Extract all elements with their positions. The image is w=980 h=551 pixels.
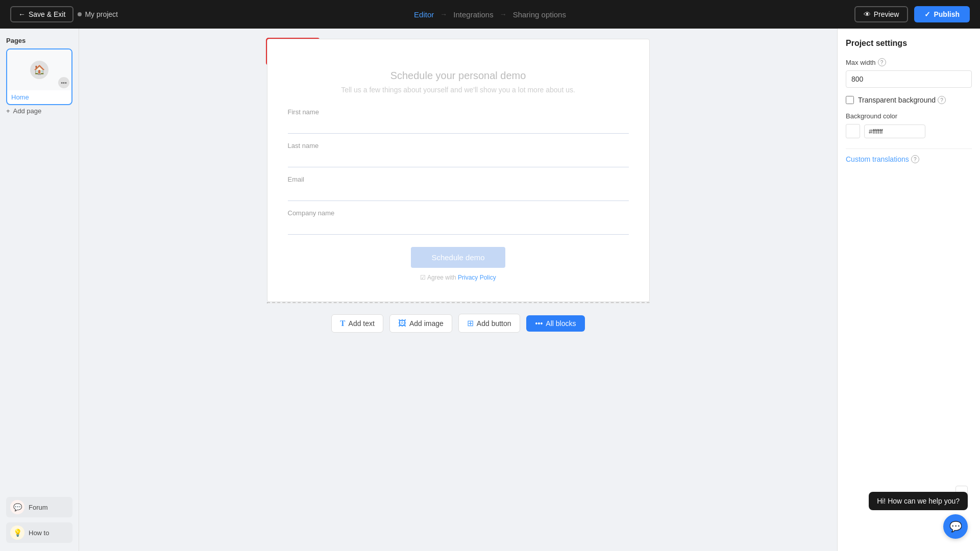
field-lastname-input[interactable] — [288, 153, 629, 167]
field-email-input[interactable] — [288, 186, 629, 201]
bg-color-swatch[interactable] — [846, 124, 860, 138]
field-company-input[interactable] — [288, 220, 629, 235]
add-blocks-bar: 𝐓 Add text 🖼 Add image ⊞ Add button ••• … — [267, 304, 650, 343]
page-card-home[interactable]: 🏠 ••• Home — [6, 48, 72, 105]
page-more-button[interactable]: ••• — [58, 77, 69, 88]
nav-step-editor[interactable]: Editor — [414, 10, 434, 19]
top-nav-center: Editor → Integrations → Sharing options — [414, 10, 566, 19]
form-subtitle: Tell us a few things about yourself and … — [288, 86, 629, 94]
max-width-help-icon[interactable]: ? — [878, 58, 886, 66]
check-icon: ✓ — [924, 10, 930, 18]
forum-icon: 💬 — [10, 500, 24, 514]
plus-icon: + — [6, 107, 10, 115]
field-email-label: Email — [288, 176, 629, 183]
image-icon: 🖼 — [398, 319, 406, 328]
add-button-button[interactable]: ⊞ Add button — [458, 314, 520, 333]
field-lastname-label: Last name — [288, 142, 629, 149]
transparent-bg-help-icon[interactable]: ? — [938, 96, 946, 104]
custom-translations-help-icon[interactable]: ? — [911, 155, 919, 163]
project-name: My project — [78, 10, 118, 18]
panel-divider — [846, 148, 972, 149]
add-text-button[interactable]: 𝐓 Add text — [331, 314, 383, 333]
right-panel-title: Project settings — [846, 39, 972, 48]
main-layout: Pages 🏠 ••• Home + Add page 💬 Forum — [0, 29, 980, 551]
howto-item[interactable]: 💡 How to — [6, 522, 72, 543]
top-nav-left: ← Save & Exit My project — [10, 6, 118, 22]
transparent-bg-checkbox[interactable] — [846, 96, 854, 104]
field-firstname: First name — [288, 108, 629, 134]
back-arrow-icon: ← — [18, 10, 26, 18]
publish-button[interactable]: ✓ Publish — [914, 6, 970, 22]
form-container: Schedule your personal demo Tell us a fe… — [267, 39, 650, 302]
field-company-label: Company name — [288, 209, 629, 217]
privacy-policy-link[interactable]: Privacy Policy — [458, 274, 496, 281]
top-nav: ← Save & Exit My project Editor → Integr… — [0, 0, 980, 29]
field-firstname-label: First name — [288, 108, 629, 116]
chat-widget-button[interactable]: 💬 — [943, 514, 968, 539]
nav-step-sharing[interactable]: Sharing options — [513, 10, 566, 19]
add-image-button[interactable]: 🖼 Add image — [389, 314, 452, 333]
field-firstname-input[interactable] — [288, 119, 629, 134]
all-blocks-button[interactable]: ••• All blocks — [526, 315, 585, 332]
sidebar-bottom: 💬 Forum 💡 How to — [6, 497, 72, 543]
dot-icon — [78, 12, 82, 16]
button-icon: ⊞ — [467, 318, 474, 328]
howto-icon: 💡 — [10, 525, 24, 540]
sidebar: Pages 🏠 ••• Home + Add page 💬 Forum — [0, 29, 79, 551]
canvas-area: ✏️ Edit content Schedule your personal d… — [79, 29, 837, 551]
form-privacy: ☑ Agree with Privacy Policy — [288, 274, 629, 281]
field-lastname: Last name — [288, 142, 629, 167]
transparent-bg-row: Transparent background ? — [846, 96, 972, 104]
save-exit-button[interactable]: ← Save & Exit — [10, 6, 74, 22]
page-card-preview: 🏠 ••• — [7, 49, 71, 90]
right-panel: Project settings Max width ? Transparent… — [837, 29, 980, 551]
form-submit-button[interactable]: Schedule demo — [411, 247, 505, 268]
custom-translations-link[interactable]: Custom translations ? — [846, 155, 972, 163]
page-home-icon: 🏠 — [30, 61, 48, 79]
pages-title: Pages — [6, 37, 72, 44]
field-company: Company name — [288, 209, 629, 235]
form-wrapper: ✏️ Edit content Schedule your personal d… — [267, 39, 650, 302]
field-email: Email — [288, 176, 629, 201]
nav-arrow-2: → — [500, 10, 507, 18]
form-title: Schedule your personal demo — [288, 70, 629, 82]
nav-arrow-1: → — [440, 10, 447, 18]
bg-color-row — [846, 124, 972, 138]
forum-item[interactable]: 💬 Forum — [6, 497, 72, 517]
nav-step-integrations[interactable]: Integrations — [453, 10, 493, 19]
eye-icon: 👁 — [864, 10, 871, 18]
max-width-input[interactable] — [846, 70, 972, 88]
top-nav-right: 👁 Preview ✓ Publish — [854, 6, 970, 22]
text-icon: 𝐓 — [340, 319, 346, 328]
dots-icon: ••• — [535, 319, 543, 328]
transparent-bg-label: Transparent background ? — [858, 96, 946, 104]
add-page-button[interactable]: + Add page — [6, 105, 72, 117]
bg-color-input[interactable] — [864, 124, 925, 138]
page-home-label: Home — [7, 90, 71, 104]
preview-button[interactable]: 👁 Preview — [854, 6, 909, 22]
chat-icon: 💬 — [949, 520, 962, 533]
chat-tooltip: Hi! How can we help you? — [869, 492, 968, 510]
bg-color-label: Background color — [846, 112, 972, 120]
max-width-label: Max width ? — [846, 58, 972, 66]
